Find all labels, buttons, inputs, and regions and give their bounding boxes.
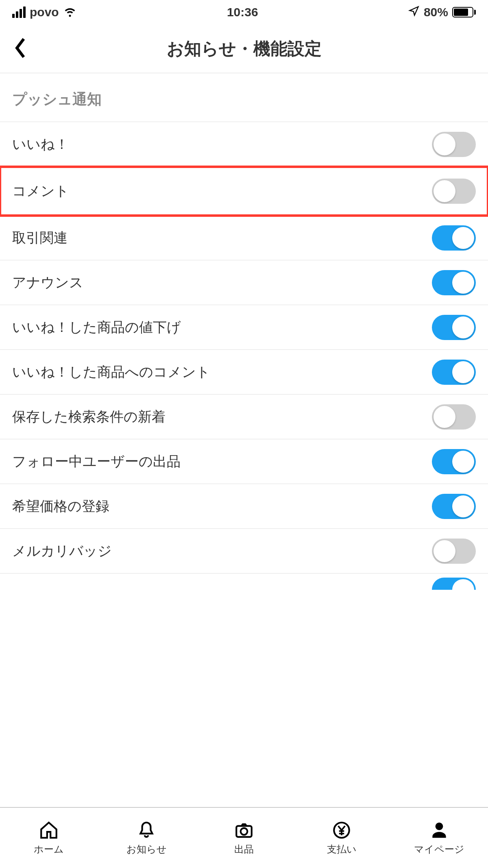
- setting-row: フォロー中ユーザーの出品: [0, 439, 488, 484]
- tab-bar: ホーム お知らせ 出品 支払い マイページ: [0, 807, 488, 868]
- location-icon: [408, 5, 420, 20]
- setting-row: アナウンス: [0, 260, 488, 305]
- page-title: お知らせ・機能設定: [167, 37, 322, 60]
- setting-row: メルカリバッジ: [0, 529, 488, 574]
- status-right: 80%: [408, 5, 476, 20]
- home-icon: [39, 820, 59, 840]
- content-area: プッシュ通知 いいね！コメント取引関連アナウンスいいね！した商品の値下げいいね！…: [0, 73, 488, 807]
- setting-toggle[interactable]: [432, 179, 476, 204]
- setting-row: 保存した検索条件の新着: [0, 395, 488, 439]
- setting-label: いいね！: [12, 135, 69, 154]
- tab-home[interactable]: ホーム: [0, 808, 98, 868]
- setting-label: 希望価格の登録: [12, 497, 109, 516]
- setting-row: コメント: [0, 167, 488, 216]
- setting-toggle[interactable]: [432, 449, 476, 474]
- section-header: プッシュ通知: [0, 73, 488, 122]
- battery-icon: [452, 7, 476, 17]
- setting-label: 取引関連: [12, 229, 68, 247]
- tab-sell[interactable]: 出品: [195, 808, 293, 868]
- setting-toggle[interactable]: [432, 404, 476, 430]
- clock: 10:36: [227, 5, 258, 19]
- camera-icon: [234, 820, 254, 840]
- setting-label: いいね！した商品へのコメント: [12, 363, 210, 382]
- tab-mypage[interactable]: マイページ: [390, 808, 488, 868]
- next-row-peek: [0, 574, 488, 590]
- back-button[interactable]: [12, 37, 28, 61]
- setting-row: いいね！: [0, 122, 488, 167]
- tab-home-label: ホーム: [34, 843, 64, 856]
- setting-label: アナウンス: [12, 273, 83, 292]
- setting-label: メルカリバッジ: [12, 542, 112, 560]
- setting-row: いいね！した商品の値下げ: [0, 305, 488, 350]
- setting-toggle[interactable]: [432, 225, 476, 251]
- setting-label: いいね！した商品の値下げ: [12, 318, 181, 337]
- tab-notifications-label: お知らせ: [126, 843, 167, 856]
- signal-icon: [12, 7, 26, 18]
- setting-toggle[interactable]: [432, 539, 476, 564]
- status-bar: povo 10:36 80%: [0, 0, 488, 24]
- battery-percent: 80%: [424, 5, 448, 19]
- nav-header: お知らせ・機能設定: [0, 24, 488, 73]
- yen-icon: [331, 820, 352, 840]
- bell-icon: [136, 820, 157, 840]
- tab-notifications[interactable]: お知らせ: [98, 808, 195, 868]
- setting-toggle[interactable]: [432, 494, 476, 519]
- setting-row: 希望価格の登録: [0, 484, 488, 529]
- tab-sell-label: 出品: [234, 843, 254, 856]
- setting-label: コメント: [12, 182, 69, 201]
- person-icon: [429, 820, 449, 840]
- svg-point-1: [241, 828, 248, 835]
- tab-pay-label: 支払い: [327, 843, 357, 856]
- setting-toggle[interactable]: [432, 315, 476, 340]
- setting-toggle[interactable]: [432, 270, 476, 295]
- wifi-icon: [63, 4, 77, 21]
- setting-toggle[interactable]: [432, 360, 476, 385]
- tab-pay[interactable]: 支払い: [293, 808, 390, 868]
- tab-mypage-label: マイページ: [414, 843, 464, 856]
- carrier-label: povo: [30, 5, 59, 19]
- settings-list: いいね！コメント取引関連アナウンスいいね！した商品の値下げいいね！した商品へのコ…: [0, 122, 488, 574]
- setting-row: いいね！した商品へのコメント: [0, 350, 488, 395]
- setting-label: 保存した検索条件の新着: [12, 408, 166, 426]
- setting-label: フォロー中ユーザーの出品: [12, 452, 181, 471]
- status-left: povo: [12, 4, 77, 21]
- setting-toggle[interactable]: [432, 132, 476, 157]
- setting-row: 取引関連: [0, 216, 488, 260]
